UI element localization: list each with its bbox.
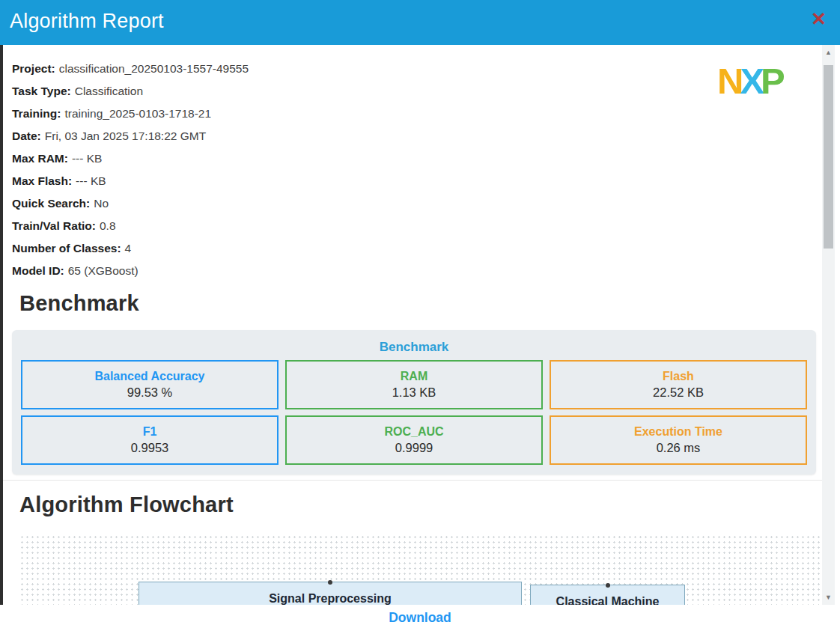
metric-value: 0.9999 — [395, 441, 433, 455]
metric-label: Execution Time — [634, 425, 722, 439]
scroll-up-icon[interactable]: ▲ — [822, 46, 835, 58]
metric-value: 0.9953 — [131, 441, 168, 455]
metric-card-balanced-accuracy: Balanced Accuracy 99.53 % — [21, 360, 279, 409]
metadata-row: Model ID:65 (XGBoost) — [12, 260, 249, 282]
scrollbar-thumb[interactable] — [824, 65, 833, 249]
metadata-row: Max Flash:--- KB — [12, 170, 249, 192]
metadata-row: Number of Classes:4 — [12, 237, 249, 260]
metric-label: ROC_AUC — [384, 425, 443, 439]
metadata-value: Fri, 03 Jan 2025 17:18:22 GMT — [45, 129, 206, 142]
flowchart-node-label: Signal Preprocessing — [269, 592, 392, 605]
benchmark-panel: Benchmark Balanced Accuracy 99.53 % RAM … — [12, 330, 816, 475]
metadata-value: --- KB — [72, 152, 102, 165]
metric-value: 99.53 % — [127, 385, 173, 400]
download-link[interactable]: Download — [389, 610, 451, 626]
metric-card-roc-auc: ROC_AUC 0.9999 — [285, 415, 543, 465]
metadata-row: Date:Fri, 03 Jan 2025 17:18:22 GMT — [12, 125, 249, 147]
metadata-label: Quick Search: — [12, 197, 90, 210]
metric-card-ram: RAM 1.13 KB — [285, 360, 543, 409]
node-connector-dot — [606, 583, 610, 588]
metadata-row: Train/Val Ratio:0.8 — [12, 215, 249, 237]
flowchart-section-title: Algorithm Flowchart — [19, 493, 234, 517]
metadata-label: Max RAM: — [12, 152, 68, 165]
metric-label: Flash — [663, 370, 694, 383]
metadata-row: Max RAM:--- KB — [12, 147, 249, 170]
metadata-value: 4 — [125, 242, 132, 254]
metadata-value: 65 (XGBoost) — [68, 264, 139, 277]
flowchart-canvas[interactable]: Signal Preprocessing Classical Machine L… — [18, 533, 824, 605]
metadata-value: classification_20250103-1557-49555 — [59, 62, 249, 75]
flowchart-node-signal-preprocessing[interactable]: Signal Preprocessing — [139, 582, 522, 605]
metadata-label: Max Flash: — [12, 174, 72, 187]
metadata-row: Quick Search:No — [12, 192, 249, 215]
benchmark-cards-grid: Balanced Accuracy 99.53 % RAM 1.13 KB Fl… — [21, 360, 807, 465]
metadata-value: No — [94, 197, 109, 210]
metadata-row: Project:classification_20250103-1557-495… — [12, 58, 249, 80]
metric-card-execution-time: Execution Time 0.26 ms — [550, 415, 807, 465]
background-page-edge — [0, 45, 3, 605]
metadata-label: Project: — [12, 62, 55, 75]
metadata-label: Task Type: — [12, 85, 71, 97]
nxp-letter-x: X — [740, 63, 761, 100]
benchmark-panel-title: Benchmark — [12, 330, 816, 355]
metric-value: 1.13 KB — [392, 385, 436, 400]
metric-label: F1 — [143, 425, 157, 439]
metric-label: RAM — [401, 370, 427, 383]
metric-value: 0.26 ms — [657, 441, 701, 455]
node-connector-dot — [328, 580, 332, 585]
metadata-list: Project:classification_20250103-1557-495… — [12, 58, 249, 282]
scroll-down-icon[interactable]: ▼ — [822, 591, 835, 603]
metadata-value: --- KB — [76, 174, 106, 187]
metadata-value: 0.8 — [100, 219, 116, 232]
metadata-label: Train/Val Ratio: — [12, 219, 96, 232]
metadata-label: Date: — [12, 129, 41, 142]
metric-value: 22.52 KB — [653, 385, 704, 400]
modal-header: Algorithm Report ✕ — [0, 0, 840, 45]
close-icon[interactable]: ✕ — [811, 10, 827, 28]
metric-card-flash: Flash 22.52 KB — [550, 360, 807, 409]
nxp-letter-n: N — [717, 63, 740, 100]
nxp-logo: NXP — [717, 63, 782, 100]
metadata-label: Number of Classes: — [12, 242, 121, 254]
benchmark-section-title: Benchmark — [19, 291, 139, 316]
nxp-letter-p: P — [761, 63, 782, 100]
flowchart-node-classical-machine-learning[interactable]: Classical Machine Learning — [530, 585, 685, 605]
metadata-row: Training:training_2025-0103-1718-21 — [12, 103, 249, 125]
metadata-value: Classification — [75, 85, 143, 97]
flowchart-node-label: Classical Machine Learning — [556, 595, 660, 605]
section-divider — [3, 480, 830, 481]
modal-footer: Download — [0, 605, 840, 634]
metadata-row: Task Type:Classification — [12, 80, 249, 103]
metadata-label: Training: — [12, 107, 61, 120]
modal-title: Algorithm Report — [10, 10, 164, 33]
vertical-scrollbar[interactable]: ▲ ▼ — [822, 45, 835, 605]
metadata-value: training_2025-0103-1718-21 — [64, 107, 211, 120]
metric-card-f1: F1 0.9953 — [21, 415, 279, 465]
metric-label: Balanced Accuracy — [94, 370, 204, 383]
metadata-label: Model ID: — [12, 264, 64, 277]
